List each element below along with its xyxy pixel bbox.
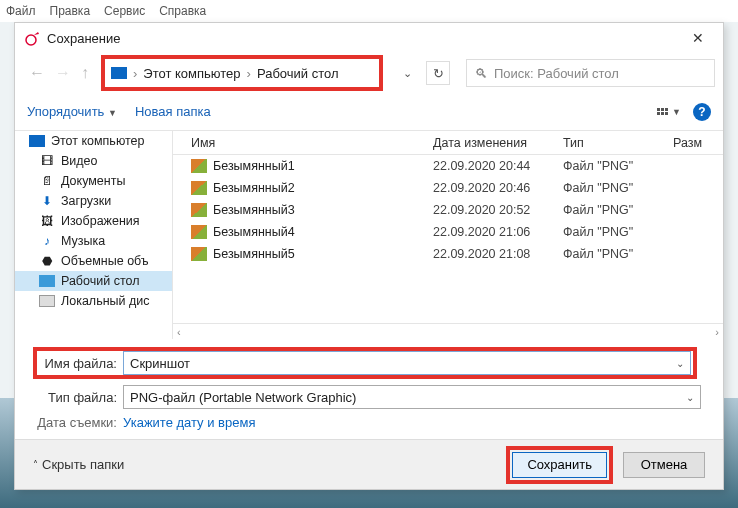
sidebar-item-label: Загрузки <box>61 194 111 208</box>
sidebar-item-downloads[interactable]: ⬇︎Загрузки <box>15 191 172 211</box>
help-button[interactable]: ? <box>693 103 711 121</box>
sidebar-item-local-disk[interactable]: Локальный дис <box>15 291 172 311</box>
close-button[interactable]: ✕ <box>683 23 713 53</box>
disk-icon <box>39 294 55 308</box>
breadcrumb[interactable]: › Этот компьютер › Рабочий стол <box>101 55 383 91</box>
column-name-header[interactable]: Имя <box>173 136 433 150</box>
file-date: 22.09.2020 21:06 <box>433 225 563 239</box>
app-icon <box>25 30 41 46</box>
save-button-highlight: Сохранить <box>506 446 613 484</box>
sidebar-item-label: Документы <box>61 174 125 188</box>
sidebar-item-label: Музыка <box>61 234 105 248</box>
pc-icon <box>29 134 45 148</box>
column-size-header[interactable]: Разм <box>673 136 723 150</box>
file-list-pane: Имя Дата изменения Тип Разм Безымянный12… <box>173 131 723 339</box>
download-icon: ⬇︎ <box>39 194 55 208</box>
filename-value: Скриншот <box>130 356 190 371</box>
chevron-right-icon: › <box>247 66 251 81</box>
form-area: Имя файла: Скриншот ⌄ Тип файла: PNG-фай… <box>15 339 723 430</box>
address-dropdown-button[interactable]: ⌄ <box>403 67 412 80</box>
filename-input[interactable]: Скриншот ⌄ <box>123 351 691 375</box>
menu-file[interactable]: Файл <box>6 4 36 18</box>
filetype-select[interactable]: PNG-файл (Portable Network Graphic) ⌄ <box>123 385 701 409</box>
file-type: Файл "PNG" <box>563 181 673 195</box>
sidebar-item-pictures[interactable]: 🖼︎Изображения <box>15 211 172 231</box>
chevron-right-icon: › <box>133 66 137 81</box>
scroll-right-icon[interactable]: › <box>715 326 719 338</box>
column-type-header[interactable]: Тип <box>563 136 673 150</box>
sidebar-item-this-pc[interactable]: Этот компьютер <box>15 131 172 151</box>
nav-back-button[interactable]: ← <box>29 64 45 82</box>
hide-folders-label: Скрыть папки <box>42 457 124 472</box>
search-placeholder: Поиск: Рабочий стол <box>494 66 619 81</box>
menu-edit[interactable]: Правка <box>50 4 91 18</box>
cancel-button[interactable]: Отмена <box>623 452 705 478</box>
nav-arrows: ← → ↑ <box>23 64 95 82</box>
save-dialog: Сохранение ✕ ← → ↑ › Этот компьютер › Ра… <box>14 22 724 490</box>
png-file-icon <box>191 225 207 239</box>
column-headers: Имя Дата изменения Тип Разм <box>173 131 723 155</box>
date-taken-label: Дата съемки: <box>37 415 123 430</box>
sidebar-item-label: Рабочий стол <box>61 274 139 288</box>
file-type: Файл "PNG" <box>563 225 673 239</box>
file-row[interactable]: Безымянный122.09.2020 20:44Файл "PNG" <box>173 155 723 177</box>
navigation-sidebar: Этот компьютер 🎞︎Видео 📄︎Документы ⬇︎Заг… <box>15 131 173 339</box>
chevron-down-icon[interactable]: ⌄ <box>686 392 694 403</box>
dialog-title: Сохранение <box>47 31 121 46</box>
file-name: Безымянный5 <box>213 247 295 261</box>
video-icon: 🎞︎ <box>39 154 55 168</box>
file-row[interactable]: Безымянный522.09.2020 21:08Файл "PNG" <box>173 243 723 265</box>
breadcrumb-part-1[interactable]: Этот компьютер <box>143 66 240 81</box>
png-file-icon <box>191 247 207 261</box>
file-row[interactable]: Безымянный422.09.2020 21:06Файл "PNG" <box>173 221 723 243</box>
desktop-icon <box>39 274 55 288</box>
date-taken-link[interactable]: Укажите дату и время <box>123 415 255 430</box>
file-type: Файл "PNG" <box>563 247 673 261</box>
view-options-button[interactable]: ▼ <box>657 107 681 117</box>
filetype-value: PNG-файл (Portable Network Graphic) <box>130 390 356 405</box>
search-icon: 🔍︎ <box>475 66 488 81</box>
nav-up-button[interactable]: ↑ <box>81 64 89 82</box>
organize-button[interactable]: Упорядочить ▼ <box>27 104 117 119</box>
music-icon: ♪ <box>39 234 55 248</box>
file-date: 22.09.2020 20:52 <box>433 203 563 217</box>
file-name: Безымянный1 <box>213 159 295 173</box>
breadcrumb-part-2[interactable]: Рабочий стол <box>257 66 339 81</box>
filename-highlight: Имя файла: Скриншот ⌄ <box>33 347 697 379</box>
file-type: Файл "PNG" <box>563 203 673 217</box>
dialog-titlebar: Сохранение ✕ <box>15 23 723 53</box>
file-date: 22.09.2020 20:44 <box>433 159 563 173</box>
dialog-toolbar: Упорядочить ▼ Новая папка ▼ ? <box>15 93 723 131</box>
file-list: Безымянный122.09.2020 20:44Файл "PNG"Без… <box>173 155 723 323</box>
column-date-header[interactable]: Дата изменения <box>433 136 563 150</box>
menu-service[interactable]: Сервис <box>104 4 145 18</box>
hide-folders-button[interactable]: ˄ Скрыть папки <box>33 457 124 472</box>
png-file-icon <box>191 181 207 195</box>
filetype-label: Тип файла: <box>37 390 123 405</box>
new-folder-button[interactable]: Новая папка <box>135 104 211 119</box>
pc-icon <box>111 67 127 79</box>
file-date: 22.09.2020 20:46 <box>433 181 563 195</box>
horizontal-scrollbar[interactable]: ‹› <box>173 323 723 339</box>
picture-icon: 🖼︎ <box>39 214 55 228</box>
scroll-left-icon[interactable]: ‹ <box>177 326 181 338</box>
sidebar-item-desktop[interactable]: Рабочий стол <box>15 271 172 291</box>
png-file-icon <box>191 203 207 217</box>
file-name: Безымянный4 <box>213 225 295 239</box>
menu-help[interactable]: Справка <box>159 4 206 18</box>
save-button[interactable]: Сохранить <box>512 452 607 478</box>
sidebar-item-videos[interactable]: 🎞︎Видео <box>15 151 172 171</box>
sidebar-item-3d-objects[interactable]: ⬣Объемные объ <box>15 251 172 271</box>
file-row[interactable]: Безымянный222.09.2020 20:46Файл "PNG" <box>173 177 723 199</box>
search-input[interactable]: 🔍︎ Поиск: Рабочий стол <box>466 59 715 87</box>
sidebar-item-music[interactable]: ♪Музыка <box>15 231 172 251</box>
file-date: 22.09.2020 21:08 <box>433 247 563 261</box>
file-row[interactable]: Безымянный322.09.2020 20:52Файл "PNG" <box>173 199 723 221</box>
sidebar-item-documents[interactable]: 📄︎Документы <box>15 171 172 191</box>
chevron-down-icon[interactable]: ⌄ <box>676 358 684 369</box>
svg-point-0 <box>26 35 36 45</box>
document-icon: 📄︎ <box>39 174 55 188</box>
refresh-button[interactable]: ↻ <box>426 61 450 85</box>
sidebar-item-label: Локальный дис <box>61 294 150 308</box>
dialog-body: Этот компьютер 🎞︎Видео 📄︎Документы ⬇︎Заг… <box>15 131 723 339</box>
